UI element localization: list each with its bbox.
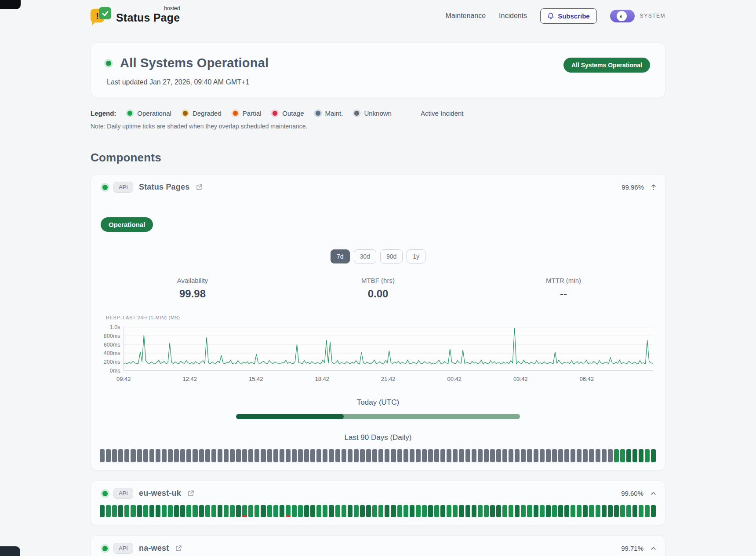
uptime-tick[interactable] (261, 449, 265, 462)
uptime-tick[interactable] (596, 449, 600, 462)
uptime-tick[interactable] (131, 505, 135, 517)
range-button-90d[interactable]: 90d (380, 249, 403, 263)
uptime-tick[interactable] (100, 449, 105, 462)
uptime-tick[interactable] (236, 449, 241, 462)
uptime-tick[interactable] (149, 505, 154, 517)
uptime-tick[interactable] (230, 505, 235, 517)
uptime-tick[interactable] (143, 449, 148, 462)
uptime-tick[interactable] (112, 505, 117, 517)
uptime-tick[interactable] (292, 505, 297, 517)
uptime-tick[interactable] (298, 449, 303, 462)
uptime-tick[interactable] (199, 505, 204, 517)
uptime-tick[interactable] (366, 449, 371, 462)
uptime-tick[interactable] (348, 505, 353, 517)
uptime-tick[interactable] (304, 449, 309, 462)
theme-toggle[interactable]: ◐ (610, 10, 635, 22)
uptime-tick[interactable] (509, 449, 513, 462)
uptime-tick[interactable] (378, 505, 383, 517)
uptime-tick[interactable] (540, 505, 545, 517)
uptime-tick[interactable] (639, 505, 643, 517)
uptime-tick[interactable] (459, 505, 464, 517)
uptime-tick[interactable] (558, 449, 563, 462)
uptime-tick[interactable] (372, 505, 377, 517)
uptime-tick[interactable] (316, 449, 321, 462)
uptime-tick[interactable] (205, 505, 210, 517)
uptime-tick[interactable] (465, 449, 470, 462)
uptime-tick[interactable] (527, 449, 532, 462)
uptime-tick[interactable] (602, 449, 607, 462)
uptime-tick[interactable] (447, 505, 451, 517)
uptime-tick[interactable] (385, 505, 389, 517)
uptime-tick[interactable] (626, 449, 631, 462)
uptime-tick[interactable] (391, 505, 396, 517)
uptime-tick[interactable] (112, 449, 117, 462)
uptime-tick[interactable] (180, 449, 185, 462)
uptime-tick[interactable] (168, 505, 173, 517)
uptime-tick[interactable] (596, 505, 600, 517)
uptime-tick[interactable] (416, 505, 421, 517)
uptime-tick[interactable] (267, 505, 272, 517)
component-header-status-pages[interactable]: API Status Pages 99.96% (100, 182, 656, 193)
uptime-tick[interactable] (124, 449, 129, 462)
uptime-tick[interactable] (137, 505, 142, 517)
uptime-tick[interactable] (546, 505, 551, 517)
uptime-tick[interactable] (280, 449, 284, 462)
uptime-tick[interactable] (472, 449, 476, 462)
uptime-tick[interactable] (273, 505, 278, 517)
external-link-icon[interactable] (188, 490, 194, 497)
uptime-tick[interactable] (478, 505, 483, 517)
uptime-tick[interactable] (156, 449, 160, 462)
uptime-tick[interactable] (267, 449, 272, 462)
component-header-na-west[interactable]: API na-west 99.71% (100, 543, 656, 554)
uptime-tick[interactable] (280, 505, 284, 517)
uptime-tick[interactable] (224, 449, 229, 462)
uptime-tick[interactable] (540, 449, 545, 462)
uptime-tick[interactable] (218, 449, 222, 462)
uptime-tick[interactable] (632, 449, 637, 462)
uptime-tick[interactable] (534, 449, 538, 462)
uptime-tick[interactable] (286, 449, 291, 462)
uptime-tick[interactable] (416, 449, 421, 462)
uptime-tick[interactable] (193, 505, 197, 517)
uptime-tick[interactable] (428, 505, 433, 517)
uptime-tick[interactable] (515, 449, 520, 462)
uptime-tick[interactable] (453, 505, 458, 517)
uptime-tick[interactable] (632, 505, 637, 517)
uptime-tick[interactable] (502, 449, 507, 462)
uptime-tick[interactable] (298, 505, 303, 517)
uptime-tick[interactable] (168, 449, 173, 462)
uptime-tick[interactable] (261, 505, 265, 517)
expand-chevron-icon[interactable] (651, 546, 656, 550)
uptime-tick[interactable] (428, 449, 433, 462)
uptime-tick[interactable] (397, 449, 402, 462)
uptime-tick[interactable] (372, 449, 377, 462)
uptime-tick[interactable] (422, 449, 427, 462)
uptime-tick[interactable] (490, 449, 495, 462)
uptime-tick[interactable] (447, 449, 451, 462)
uptime-tick[interactable] (602, 505, 607, 517)
uptime-tick[interactable] (323, 449, 327, 462)
uptime-tick[interactable] (484, 505, 489, 517)
uptime-tick[interactable] (354, 449, 359, 462)
nav-maintenance[interactable]: Maintenance (445, 12, 486, 20)
uptime-tick[interactable] (496, 505, 501, 517)
uptime-tick[interactable] (571, 505, 575, 517)
uptime-tick[interactable] (651, 449, 656, 462)
uptime-tick[interactable] (620, 505, 625, 517)
uptime-tick[interactable] (273, 449, 278, 462)
collapse-arrow-icon[interactable] (651, 184, 656, 191)
uptime-tick[interactable] (552, 449, 557, 462)
uptime-tick[interactable] (162, 505, 167, 517)
uptime-tick[interactable] (589, 449, 594, 462)
uptime-tick[interactable] (106, 449, 111, 462)
uptime-tick[interactable] (248, 505, 253, 517)
uptime-tick[interactable] (304, 505, 309, 517)
uptime-tick[interactable] (527, 505, 532, 517)
uptime-tick[interactable] (620, 449, 625, 462)
uptime-tick[interactable] (310, 449, 315, 462)
uptime-tick[interactable] (292, 449, 297, 462)
uptime-tick[interactable] (242, 449, 247, 462)
uptime-tick[interactable] (577, 449, 582, 462)
uptime-tick[interactable] (484, 449, 489, 462)
uptime-tick[interactable] (391, 449, 396, 462)
